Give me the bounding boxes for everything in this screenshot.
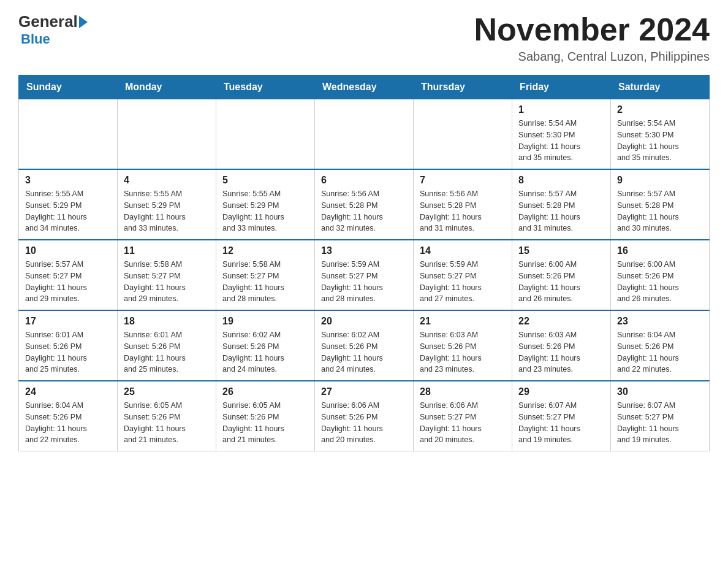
day-number: 25 — [124, 386, 210, 397]
day-number: 10 — [25, 245, 111, 256]
calendar-cell: 19Sunrise: 6:02 AM Sunset: 5:26 PM Dayli… — [216, 310, 315, 381]
day-info: Sunrise: 5:57 AM Sunset: 5:28 PM Dayligh… — [617, 188, 703, 234]
logo-triangle-icon — [79, 16, 88, 28]
day-number: 26 — [222, 386, 308, 397]
day-info: Sunrise: 5:54 AM Sunset: 5:30 PM Dayligh… — [617, 118, 703, 164]
day-number: 17 — [25, 316, 111, 327]
day-info: Sunrise: 5:57 AM Sunset: 5:27 PM Dayligh… — [25, 259, 111, 305]
day-info: Sunrise: 6:01 AM Sunset: 5:26 PM Dayligh… — [124, 329, 210, 375]
day-info: Sunrise: 6:00 AM Sunset: 5:26 PM Dayligh… — [518, 259, 604, 305]
calendar-cell: 28Sunrise: 6:06 AM Sunset: 5:27 PM Dayli… — [414, 381, 512, 451]
day-info: Sunrise: 5:56 AM Sunset: 5:28 PM Dayligh… — [420, 188, 506, 234]
calendar-cell: 11Sunrise: 5:58 AM Sunset: 5:27 PM Dayli… — [118, 240, 216, 310]
calendar-cell: 12Sunrise: 5:58 AM Sunset: 5:27 PM Dayli… — [216, 240, 315, 310]
day-number: 12 — [222, 245, 308, 256]
col-header-tuesday: Tuesday — [216, 75, 315, 99]
calendar-cell: 8Sunrise: 5:57 AM Sunset: 5:28 PM Daylig… — [512, 169, 611, 240]
col-header-friday: Friday — [512, 75, 611, 99]
calendar-cell: 9Sunrise: 5:57 AM Sunset: 5:28 PM Daylig… — [611, 169, 710, 240]
day-number: 5 — [222, 175, 308, 186]
day-info: Sunrise: 5:59 AM Sunset: 5:27 PM Dayligh… — [420, 259, 506, 305]
calendar-cell: 21Sunrise: 6:03 AM Sunset: 5:26 PM Dayli… — [414, 310, 512, 381]
month-year-title: November 2024 — [474, 12, 710, 47]
calendar-cell: 16Sunrise: 6:00 AM Sunset: 5:26 PM Dayli… — [611, 240, 710, 310]
day-number: 11 — [124, 245, 210, 256]
day-number: 21 — [420, 316, 506, 327]
day-number: 14 — [420, 245, 506, 256]
calendar-week-row: 10Sunrise: 5:57 AM Sunset: 5:27 PM Dayli… — [19, 240, 710, 310]
header: General Blue November 2024 Sabang, Centr… — [18, 12, 710, 64]
day-info: Sunrise: 6:04 AM Sunset: 5:26 PM Dayligh… — [25, 400, 111, 446]
day-info: Sunrise: 5:59 AM Sunset: 5:27 PM Dayligh… — [321, 259, 407, 305]
calendar-cell: 23Sunrise: 6:04 AM Sunset: 5:26 PM Dayli… — [611, 310, 710, 381]
calendar-week-row: 24Sunrise: 6:04 AM Sunset: 5:26 PM Dayli… — [19, 381, 710, 451]
day-number: 29 — [518, 386, 604, 397]
day-number: 28 — [420, 386, 506, 397]
logo-blue: Blue — [21, 31, 50, 47]
col-header-saturday: Saturday — [611, 75, 710, 99]
day-info: Sunrise: 6:05 AM Sunset: 5:26 PM Dayligh… — [222, 400, 308, 446]
calendar-table: SundayMondayTuesdayWednesdayThursdayFrid… — [18, 75, 710, 451]
day-number: 24 — [25, 386, 111, 397]
col-header-monday: Monday — [118, 75, 216, 99]
calendar-cell: 20Sunrise: 6:02 AM Sunset: 5:26 PM Dayli… — [315, 310, 414, 381]
calendar-week-row: 17Sunrise: 6:01 AM Sunset: 5:26 PM Dayli… — [19, 310, 710, 381]
calendar-header-row: SundayMondayTuesdayWednesdayThursdayFrid… — [19, 75, 710, 99]
day-info: Sunrise: 6:04 AM Sunset: 5:26 PM Dayligh… — [617, 329, 703, 375]
day-number: 27 — [321, 386, 407, 397]
day-info: Sunrise: 5:55 AM Sunset: 5:29 PM Dayligh… — [222, 188, 308, 234]
calendar-cell: 3Sunrise: 5:55 AM Sunset: 5:29 PM Daylig… — [19, 169, 118, 240]
calendar-week-row: 1Sunrise: 5:54 AM Sunset: 5:30 PM Daylig… — [19, 99, 710, 170]
day-info: Sunrise: 6:03 AM Sunset: 5:26 PM Dayligh… — [420, 329, 506, 375]
calendar-cell: 18Sunrise: 6:01 AM Sunset: 5:26 PM Dayli… — [118, 310, 216, 381]
day-info: Sunrise: 6:02 AM Sunset: 5:26 PM Dayligh… — [321, 329, 407, 375]
day-number: 4 — [124, 175, 210, 186]
calendar-cell: 5Sunrise: 5:55 AM Sunset: 5:29 PM Daylig… — [216, 169, 315, 240]
day-info: Sunrise: 6:01 AM Sunset: 5:26 PM Dayligh… — [25, 329, 111, 375]
calendar-cell: 30Sunrise: 6:07 AM Sunset: 5:27 PM Dayli… — [611, 381, 710, 451]
calendar-cell: 7Sunrise: 5:56 AM Sunset: 5:28 PM Daylig… — [414, 169, 512, 240]
day-info: Sunrise: 5:55 AM Sunset: 5:29 PM Dayligh… — [25, 188, 111, 234]
day-number: 16 — [617, 245, 703, 256]
col-header-sunday: Sunday — [19, 75, 118, 99]
day-number: 6 — [321, 175, 407, 186]
col-header-wednesday: Wednesday — [315, 75, 414, 99]
day-number: 22 — [518, 316, 604, 327]
day-info: Sunrise: 5:54 AM Sunset: 5:30 PM Dayligh… — [518, 118, 604, 164]
calendar-cell — [118, 99, 216, 170]
day-info: Sunrise: 6:07 AM Sunset: 5:27 PM Dayligh… — [518, 400, 604, 446]
calendar-cell: 24Sunrise: 6:04 AM Sunset: 5:26 PM Dayli… — [19, 381, 118, 451]
calendar-cell — [315, 99, 414, 170]
day-number: 2 — [617, 104, 703, 115]
logo: General Blue — [18, 12, 89, 47]
location-subtitle: Sabang, Central Luzon, Philippines — [474, 50, 710, 64]
day-info: Sunrise: 5:55 AM Sunset: 5:29 PM Dayligh… — [124, 188, 210, 234]
day-number: 18 — [124, 316, 210, 327]
calendar-cell: 29Sunrise: 6:07 AM Sunset: 5:27 PM Dayli… — [512, 381, 611, 451]
day-info: Sunrise: 6:05 AM Sunset: 5:26 PM Dayligh… — [124, 400, 210, 446]
day-number: 8 — [518, 175, 604, 186]
calendar-cell — [19, 99, 118, 170]
day-number: 23 — [617, 316, 703, 327]
calendar-cell: 17Sunrise: 6:01 AM Sunset: 5:26 PM Dayli… — [19, 310, 118, 381]
day-info: Sunrise: 6:06 AM Sunset: 5:26 PM Dayligh… — [321, 400, 407, 446]
calendar-cell: 25Sunrise: 6:05 AM Sunset: 5:26 PM Dayli… — [118, 381, 216, 451]
day-info: Sunrise: 6:02 AM Sunset: 5:26 PM Dayligh… — [222, 329, 308, 375]
col-header-thursday: Thursday — [414, 75, 512, 99]
day-number: 9 — [617, 175, 703, 186]
calendar-cell — [216, 99, 315, 170]
day-info: Sunrise: 6:03 AM Sunset: 5:26 PM Dayligh… — [518, 329, 604, 375]
day-number: 30 — [617, 386, 703, 397]
calendar-cell: 1Sunrise: 5:54 AM Sunset: 5:30 PM Daylig… — [512, 99, 611, 170]
day-info: Sunrise: 5:58 AM Sunset: 5:27 PM Dayligh… — [124, 259, 210, 305]
calendar-cell: 2Sunrise: 5:54 AM Sunset: 5:30 PM Daylig… — [611, 99, 710, 170]
day-info: Sunrise: 6:06 AM Sunset: 5:27 PM Dayligh… — [420, 400, 506, 446]
calendar-cell: 15Sunrise: 6:00 AM Sunset: 5:26 PM Dayli… — [512, 240, 611, 310]
day-number: 1 — [518, 104, 604, 115]
logo-general: General — [18, 12, 78, 31]
day-number: 15 — [518, 245, 604, 256]
calendar-cell: 10Sunrise: 5:57 AM Sunset: 5:27 PM Dayli… — [19, 240, 118, 310]
calendar-week-row: 3Sunrise: 5:55 AM Sunset: 5:29 PM Daylig… — [19, 169, 710, 240]
day-info: Sunrise: 6:00 AM Sunset: 5:26 PM Dayligh… — [617, 259, 703, 305]
calendar-cell: 14Sunrise: 5:59 AM Sunset: 5:27 PM Dayli… — [414, 240, 512, 310]
